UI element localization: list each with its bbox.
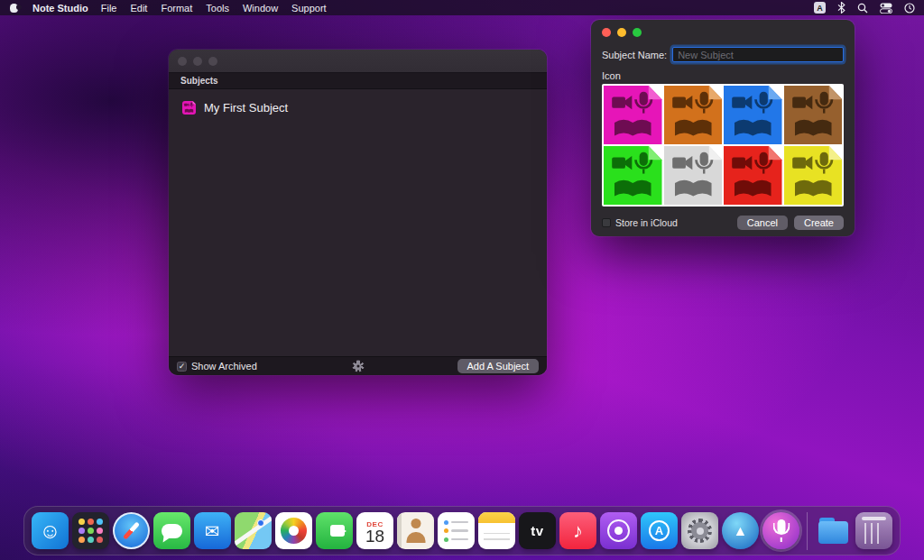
dock-finder-icon[interactable]: ☺ bbox=[32, 512, 69, 549]
subjects-column-header: Subjects bbox=[169, 73, 547, 89]
subject-row[interactable]: My First Subject bbox=[169, 97, 547, 118]
dock-blue-circle-app-icon[interactable]: ▲ bbox=[722, 512, 759, 549]
menu-file[interactable]: File bbox=[101, 3, 117, 14]
close-button[interactable] bbox=[602, 28, 611, 37]
show-archived-label: Show Archived bbox=[191, 361, 257, 372]
add-subject-button[interactable]: Add A Subject bbox=[457, 359, 540, 373]
icon-option-orange[interactable] bbox=[664, 86, 723, 144]
subjects-window: Subjects My First Subject Show Archived … bbox=[169, 50, 547, 375]
dock-photos-icon[interactable] bbox=[275, 512, 312, 549]
dialog-titlebar[interactable] bbox=[602, 20, 844, 37]
icon-option-yellow[interactable] bbox=[784, 146, 843, 205]
dock-maps-icon[interactable] bbox=[235, 512, 272, 549]
menu-window[interactable]: Window bbox=[243, 3, 278, 14]
minimize-button[interactable] bbox=[193, 57, 202, 66]
icon-option-brown[interactable] bbox=[784, 86, 843, 144]
dock-messages-icon[interactable] bbox=[153, 512, 190, 549]
menu-support[interactable]: Support bbox=[291, 3, 327, 14]
dock-apple-tv-icon[interactable]: tv bbox=[519, 512, 556, 549]
icon-option-blue[interactable] bbox=[724, 86, 782, 144]
subjects-list: My First Subject bbox=[169, 89, 547, 356]
subject-icon bbox=[182, 101, 196, 115]
dock-note-studio-icon[interactable] bbox=[762, 512, 799, 549]
create-button[interactable]: Create bbox=[794, 216, 844, 230]
dock-downloads-icon[interactable] bbox=[815, 512, 852, 549]
dock-safari-icon[interactable] bbox=[113, 512, 150, 549]
dock-reminders-icon[interactable] bbox=[438, 512, 475, 549]
dock-system-preferences-icon[interactable] bbox=[681, 512, 718, 549]
icon-option-green[interactable] bbox=[604, 146, 662, 205]
show-archived-checkbox[interactable] bbox=[177, 362, 187, 372]
clock-icon[interactable] bbox=[904, 3, 915, 14]
close-button[interactable] bbox=[178, 57, 187, 66]
input-source-label: A bbox=[817, 4, 823, 13]
dock-contacts-icon[interactable] bbox=[397, 512, 434, 549]
dock-launchpad-icon[interactable] bbox=[72, 512, 109, 549]
store-in-icloud-checkbox[interactable] bbox=[602, 218, 611, 227]
dock-divider bbox=[807, 512, 808, 550]
icon-option-red[interactable] bbox=[724, 146, 782, 205]
dock-calendar-icon[interactable]: DEC18 bbox=[356, 512, 393, 549]
icon-section-label: Icon bbox=[602, 70, 844, 81]
cancel-button[interactable]: Cancel bbox=[737, 216, 788, 230]
search-icon[interactable] bbox=[857, 3, 868, 14]
subject-title: My First Subject bbox=[204, 101, 288, 115]
subjects-window-footer: Show Archived Add A Subject bbox=[169, 356, 547, 375]
store-in-icloud-label: Store in iCloud bbox=[615, 217, 678, 228]
icon-option-gray[interactable] bbox=[664, 146, 723, 205]
bluetooth-icon[interactable] bbox=[837, 2, 845, 14]
menu-tools[interactable]: Tools bbox=[206, 3, 229, 14]
dock-trash-icon[interactable] bbox=[855, 512, 892, 549]
calendar-day: 18 bbox=[365, 528, 384, 545]
menu-status-area: A bbox=[814, 2, 915, 14]
dock-mail-icon[interactable]: ✉ bbox=[194, 512, 231, 549]
action-gear-icon[interactable] bbox=[352, 361, 364, 372]
apple-menu-icon[interactable] bbox=[9, 2, 20, 14]
control-center-icon[interactable] bbox=[880, 3, 892, 14]
dock: ☺✉DEC18tv♪A▲ bbox=[23, 506, 901, 555]
zoom-button[interactable] bbox=[633, 28, 642, 37]
new-subject-dialog: Subject Name: Icon bbox=[591, 20, 855, 236]
icon-option-magenta[interactable] bbox=[604, 86, 662, 144]
menu-format[interactable]: Format bbox=[161, 3, 192, 14]
icon-grid bbox=[602, 84, 844, 207]
zoom-button[interactable] bbox=[208, 57, 217, 66]
menu-bar: Note Studio FileEditFormatToolsWindowSup… bbox=[0, 0, 924, 15]
subject-name-label: Subject Name: bbox=[602, 50, 667, 60]
menu-edit[interactable]: Edit bbox=[130, 3, 147, 14]
input-source-icon[interactable]: A bbox=[814, 2, 826, 14]
subject-name-input[interactable] bbox=[672, 47, 844, 62]
dock-podcasts-icon[interactable] bbox=[600, 512, 637, 549]
minimize-button[interactable] bbox=[617, 28, 626, 37]
menu-app-name[interactable]: Note Studio bbox=[32, 3, 88, 14]
menu-items: FileEditFormatToolsWindowSupport bbox=[101, 3, 327, 14]
dock-music-icon[interactable]: ♪ bbox=[559, 512, 596, 549]
dock-facetime-icon[interactable] bbox=[316, 512, 353, 549]
subjects-window-titlebar[interactable] bbox=[169, 50, 547, 73]
dock-app-store-icon[interactable]: A bbox=[641, 512, 678, 549]
dock-notes-icon[interactable] bbox=[478, 512, 515, 549]
desktop: Note Studio FileEditFormatToolsWindowSup… bbox=[0, 0, 924, 560]
